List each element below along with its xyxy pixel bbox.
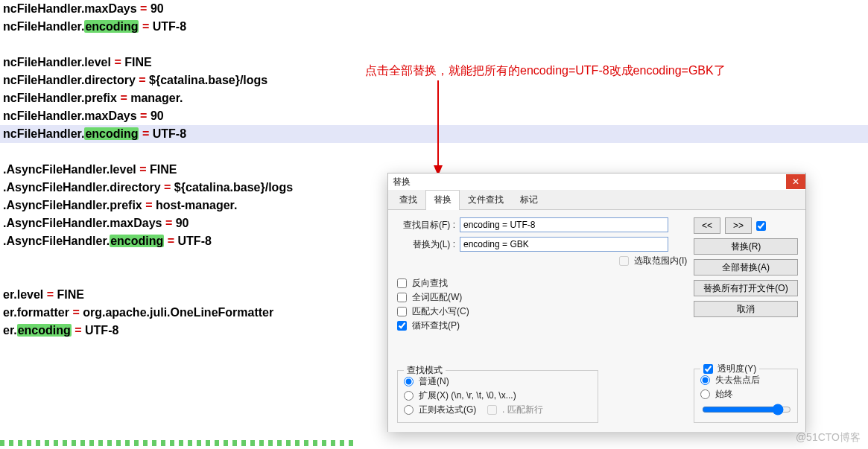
- transparency-group: 透明度(Y) 失去焦点后 始终: [694, 369, 798, 423]
- replace-all-button[interactable]: 全部替换(A): [694, 259, 798, 276]
- whole-word-checkbox[interactable]: 全词匹配(W): [397, 291, 546, 304]
- annotation-arrow: [431, 80, 446, 177]
- tab-0[interactable]: 查找: [391, 190, 425, 209]
- mode-regex-radio[interactable]: 正则表达式(G) . 匹配新行: [404, 404, 592, 416]
- editor-line[interactable]: ncFileHandler.maxDays = 90: [0, 0, 868, 18]
- in-selection-checkbox[interactable]: 选取范围内(I): [619, 255, 687, 267]
- annotation-text: 点击全部替换，就能把所有的encoding=UTF-8改成encoding=GB…: [365, 63, 726, 79]
- dialog-body: 查找目标(F) : 替换为(L) : 选取范围内(I) 反向查找 全词匹配(W)…: [388, 210, 805, 432]
- tab-3[interactable]: 标记: [512, 190, 546, 209]
- cancel-button[interactable]: 取消: [694, 301, 798, 317]
- options-column: 反向查找 全词匹配(W) 匹配大小写(C) 循环查找(P): [397, 277, 546, 334]
- mode-normal-radio[interactable]: 普通(N): [404, 375, 592, 388]
- back-search-checkbox[interactable]: 反向查找: [397, 277, 546, 290]
- replace-dialog: 替换 ✕ 查找替换文件查找标记 查找目标(F) : 替换为(L) : 选取范围内…: [387, 173, 806, 432]
- find-label: 查找目标(F) :: [396, 219, 455, 232]
- editor-line[interactable]: [0, 36, 868, 54]
- tab-2[interactable]: 文件查找: [460, 190, 512, 209]
- wrap-around-checkbox[interactable]: 循环查找(P): [397, 319, 546, 332]
- bottom-decoration: [0, 440, 358, 446]
- find-input[interactable]: [460, 217, 668, 232]
- search-mode-group: 查找模式 普通(N) 扩展(X) (\n, \r, \t, \0, \x...)…: [397, 370, 598, 423]
- mode-extended-radio[interactable]: 扩展(X) (\n, \r, \t, \0, \x...): [404, 389, 592, 402]
- tab-1[interactable]: 替换: [425, 190, 460, 210]
- find-next-button[interactable]: >>: [725, 217, 752, 234]
- wrap-toggle-checkbox[interactable]: [756, 221, 766, 231]
- dialog-title: 替换: [393, 176, 411, 188]
- dialog-tabs: 查找替换文件查找标记: [388, 190, 805, 210]
- replace-label: 替换为(L) :: [396, 238, 455, 251]
- close-button[interactable]: ✕: [786, 174, 805, 189]
- button-column: << >> 替换(R) 全部替换(A) 替换所有打开文件(O) 取消: [694, 217, 798, 317]
- close-icon: ✕: [792, 176, 799, 187]
- replace-button[interactable]: 替换(R): [694, 238, 798, 255]
- trans-always-radio[interactable]: 始终: [700, 388, 791, 401]
- transparency-checkbox[interactable]: [703, 364, 713, 374]
- replace-input[interactable]: [460, 237, 668, 252]
- trans-onlose-radio[interactable]: 失去焦点后: [700, 374, 791, 386]
- transparency-slider[interactable]: [702, 404, 791, 415]
- watermark: @51CTO博客: [796, 431, 861, 445]
- replace-all-open-button[interactable]: 替换所有打开文件(O): [694, 280, 798, 296]
- match-case-checkbox[interactable]: 匹配大小写(C): [397, 305, 546, 318]
- regex-newline-checkbox: [487, 405, 497, 415]
- editor-line[interactable]: ncFileHandler.encoding = UTF-8: [0, 18, 868, 36]
- transparency-title[interactable]: 透明度(Y): [700, 363, 759, 375]
- dialog-titlebar[interactable]: 替换 ✕: [388, 173, 805, 190]
- search-mode-title: 查找模式: [404, 364, 446, 377]
- find-prev-button[interactable]: <<: [694, 217, 720, 234]
